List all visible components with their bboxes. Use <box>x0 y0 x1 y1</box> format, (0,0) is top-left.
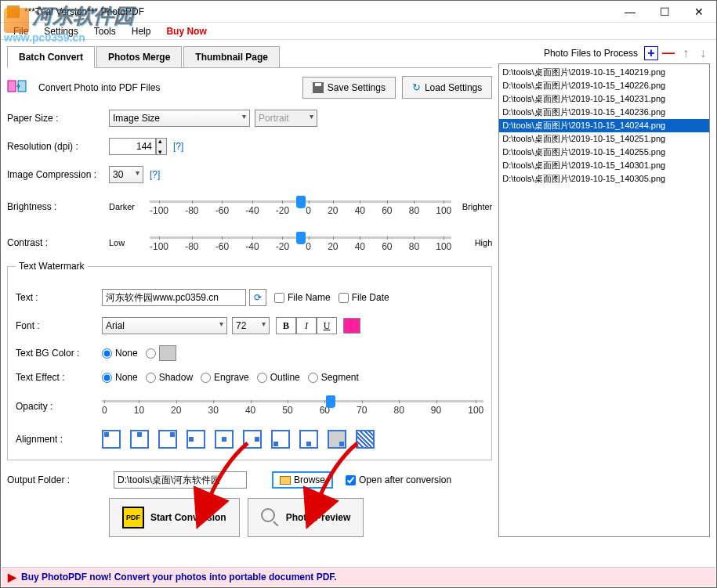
app-icon <box>7 5 20 18</box>
compression-label: Image Compression : <box>7 169 109 180</box>
refresh-icon: ⟳ <box>254 292 262 303</box>
menubar: File Settings Tools Help Buy Now <box>1 23 716 40</box>
wm-effect-segment[interactable]: Segment <box>308 372 359 383</box>
contrast-label: Contrast : <box>7 237 109 248</box>
file-item[interactable]: D:\tools\桌面图片\2019-10-15_140236.png <box>499 106 709 119</box>
wm-font-select[interactable]: Arial <box>102 317 227 334</box>
wm-italic-button[interactable]: I <box>296 317 317 334</box>
remove-file-button[interactable]: — <box>661 46 675 60</box>
convert-icon <box>7 78 32 97</box>
brightness-left: Darker <box>109 202 143 211</box>
wm-filedate-check[interactable]: File Date <box>339 292 389 303</box>
magnifier-icon <box>261 508 280 527</box>
menu-settings[interactable]: Settings <box>38 24 84 38</box>
brightness-right: Brighter <box>458 202 492 211</box>
maximize-button[interactable]: ☐ <box>647 1 682 23</box>
resolution-help[interactable]: [?] <box>173 141 183 152</box>
wm-font-label: Font : <box>16 320 102 331</box>
open-after-check[interactable]: Open after conversion <box>346 474 451 485</box>
add-file-button[interactable]: + <box>644 46 658 60</box>
wm-text-label: Text : <box>16 292 102 303</box>
wm-align-label: Alignment : <box>16 434 102 445</box>
align-tile[interactable] <box>356 430 375 449</box>
file-item[interactable]: D:\tools\桌面图片\2019-10-15_140219.png <box>499 66 709 79</box>
align-tr[interactable] <box>158 430 177 449</box>
orientation-select: Portrait <box>255 110 317 127</box>
wm-filename-check[interactable]: File Name <box>274 292 331 303</box>
wm-refresh-button[interactable]: ⟳ <box>249 289 266 306</box>
wm-bg-color-radio[interactable] <box>146 348 156 359</box>
menu-buynow[interactable]: Buy Now <box>160 24 212 38</box>
wm-bold-button[interactable]: B <box>276 317 296 334</box>
resolution-spinner[interactable] <box>156 138 167 155</box>
wm-bg-label: Text BG Color : <box>16 348 102 359</box>
files-label: Photo Files to Process <box>498 48 641 59</box>
wm-effect-engrave[interactable]: Engrave <box>201 372 249 383</box>
close-button[interactable]: ✕ <box>682 1 716 23</box>
file-item[interactable]: D:\tools\桌面图片\2019-10-15_140251.png <box>499 132 709 146</box>
window-title: ***Trial Version*** PhotoPDF <box>24 6 613 17</box>
file-list[interactable]: D:\tools\桌面图片\2019-10-15_140219.pngD:\to… <box>498 63 710 537</box>
tab-thumbnail-page[interactable]: Thumbnail Page <box>183 46 280 67</box>
wm-opacity-label: Opacity : <box>16 401 102 412</box>
compression-help[interactable]: [?] <box>150 169 160 180</box>
minimize-button[interactable]: — <box>613 1 647 23</box>
paper-size-select[interactable]: Image Size <box>109 110 250 127</box>
file-item[interactable]: D:\tools\桌面图片\2019-10-15_140255.png <box>499 146 709 159</box>
wm-bg-none-radio[interactable]: None <box>102 348 138 359</box>
file-item[interactable]: D:\tools\桌面图片\2019-10-15_140231.png <box>499 92 709 106</box>
footer-banner[interactable]: ▶ Buy PhotoPDF now! Convert your photos … <box>2 567 715 586</box>
wm-effect-none[interactable]: None <box>102 372 138 383</box>
align-br[interactable] <box>328 430 346 449</box>
convert-label: Convert Photo into PDF Files <box>38 82 296 93</box>
start-conversion-button[interactable]: PDF Start Conversion <box>109 498 240 537</box>
menu-file[interactable]: File <box>7 24 34 38</box>
file-item[interactable]: D:\tools\桌面图片\2019-10-15_140244.png <box>499 119 709 132</box>
align-mc[interactable] <box>215 430 234 449</box>
compression-select[interactable]: 30 <box>109 166 143 183</box>
wm-underline-button[interactable]: U <box>317 317 337 334</box>
align-bc[interactable] <box>299 430 318 449</box>
tabs: Batch Convert Photos Merge Thumbnail Pag… <box>7 46 492 68</box>
load-settings-button[interactable]: ↻Load Settings <box>402 76 492 99</box>
resolution-input[interactable] <box>109 138 156 155</box>
output-label: Output Folder : <box>7 474 109 485</box>
paper-size-label: Paper Size : <box>7 113 109 124</box>
wm-fontsize-select[interactable]: 72 <box>232 317 270 334</box>
wm-color-swatch[interactable] <box>343 318 360 334</box>
contrast-slider[interactable]: -100-80-60-40-20020406080100 <box>150 230 451 255</box>
watermark-legend: Text Watermark <box>16 261 88 272</box>
tab-batch-convert[interactable]: Batch Convert <box>7 46 95 68</box>
menu-tools[interactable]: Tools <box>88 24 122 38</box>
contrast-left: Low <box>109 238 143 247</box>
file-item[interactable]: D:\tools\桌面图片\2019-10-15_140305.png <box>499 172 709 186</box>
wm-effect-outline[interactable]: Outline <box>257 372 300 383</box>
browse-button[interactable]: Browse <box>272 471 333 489</box>
opacity-ticks: 0102030405060708090100 <box>102 405 483 416</box>
align-tc[interactable] <box>130 430 149 449</box>
brightness-slider[interactable]: -100-80-60-40-20020406080100 <box>150 194 451 219</box>
file-item[interactable]: D:\tools\桌面图片\2019-10-15_140301.png <box>499 159 709 172</box>
align-bl[interactable] <box>271 430 290 449</box>
align-tl[interactable] <box>102 430 121 449</box>
pdf-icon: PDF <box>122 507 144 528</box>
arrow-icon: ▶ <box>8 571 16 583</box>
contrast-right: High <box>458 238 492 247</box>
tab-photos-merge[interactable]: Photos Merge <box>96 46 182 67</box>
wm-effect-shadow[interactable]: Shadow <box>146 372 193 383</box>
save-settings-button[interactable]: Save Settings <box>302 77 396 99</box>
file-item[interactable]: D:\tools\桌面图片\2019-10-15_140226.png <box>499 79 709 92</box>
brightness-label: Brightness : <box>7 201 109 212</box>
wm-bg-color-swatch[interactable] <box>159 345 176 361</box>
output-folder-input[interactable] <box>114 471 247 489</box>
align-ml[interactable] <box>186 430 205 449</box>
move-down-button[interactable]: ↓ <box>696 46 710 60</box>
wm-opacity-slider[interactable]: 0102030405060708090100 <box>102 394 483 419</box>
text-watermark-group: Text Watermark Text : ⟳ File Name File D… <box>7 266 492 460</box>
folder-icon <box>280 476 291 485</box>
align-mr[interactable] <box>243 430 262 449</box>
menu-help[interactable]: Help <box>125 24 158 38</box>
photo-preview-button[interactable]: Photo Preview <box>248 498 364 537</box>
wm-text-input[interactable] <box>102 289 246 306</box>
move-up-button[interactable]: ↑ <box>679 46 693 60</box>
